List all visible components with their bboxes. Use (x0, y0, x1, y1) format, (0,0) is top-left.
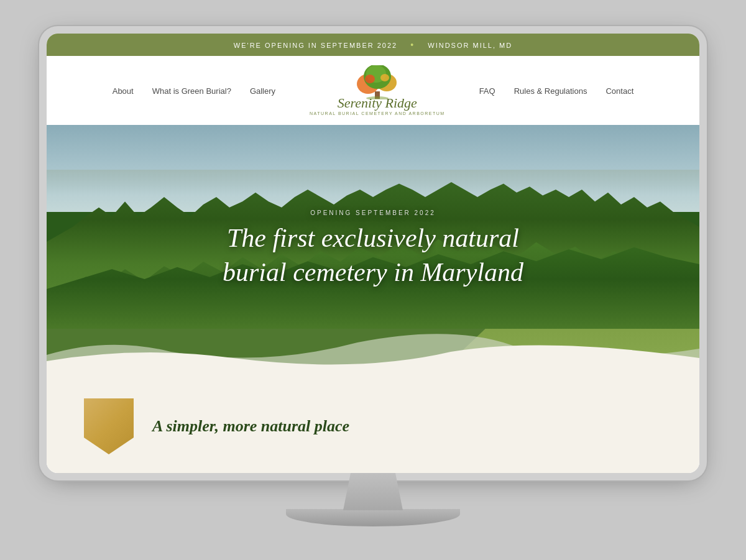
section-headline: A simpler, more natural place (152, 417, 349, 436)
nav-item-green-burial[interactable]: What is Green Burial? (152, 85, 231, 96)
hero-section: OPENING SEPTEMBER 2022 The first exclusi… (47, 125, 699, 374)
gold-shield-icon (84, 398, 134, 454)
navbar: About What is Green Burial? Gallery (47, 56, 699, 125)
monitor-stand-neck (336, 473, 410, 510)
website: WE'RE OPENING IN SEPTEMBER 2022 • WINDSO… (47, 34, 699, 473)
nav-item-about[interactable]: About (113, 85, 134, 96)
announcement-text1: WE'RE OPENING IN SEPTEMBER 2022 (234, 42, 397, 49)
nav-link-contact[interactable]: Contact (606, 86, 633, 96)
monitor-screen: WE'RE OPENING IN SEPTEMBER 2022 • WINDSO… (47, 34, 699, 473)
hero-content: OPENING SEPTEMBER 2022 The first exclusi… (223, 209, 523, 289)
hero-haze (47, 170, 699, 195)
section-natural: A simpler, more natural place (47, 374, 699, 473)
monitor-stand-base (286, 509, 460, 526)
nav-item-gallery[interactable]: Gallery (250, 85, 275, 96)
nav-item-rules[interactable]: Rules & Regulations (514, 85, 587, 96)
nav-link-gallery[interactable]: Gallery (250, 86, 275, 96)
logo-tree-icon (352, 65, 402, 99)
nav-link-faq[interactable]: FAQ (479, 86, 495, 96)
hero-headline: The first exclusively natural burial cem… (223, 221, 523, 289)
announcement-text2: WINDSOR MILL, MD (428, 42, 512, 49)
hero-headline-line2: burial cemetery in Maryland (223, 258, 523, 287)
announcement-bar: WE'RE OPENING IN SEPTEMBER 2022 • WINDSO… (47, 34, 699, 56)
nav-item-contact[interactable]: Contact (606, 85, 633, 96)
nav-item-faq[interactable]: FAQ (479, 85, 495, 96)
svg-point-7 (380, 74, 389, 81)
hero-headline-line1: The first exclusively natural (227, 224, 519, 252)
logo-container-item: Serenity Ridge NATURAL BURIAL CEMETERY A… (294, 65, 461, 116)
logo-brand-name: Serenity Ridge (338, 96, 417, 110)
nav-links: About What is Green Burial? Gallery (71, 65, 675, 116)
hero-opening-label: OPENING SEPTEMBER 2022 (223, 209, 523, 216)
nav-link-rules[interactable]: Rules & Regulations (514, 86, 587, 96)
svg-point-6 (365, 75, 375, 83)
logo-container: Serenity Ridge NATURAL BURIAL CEMETERY A… (310, 65, 445, 116)
nav-link-green-burial[interactable]: What is Green Burial? (152, 86, 231, 96)
announcement-separator: • (410, 40, 415, 50)
nav-link-about[interactable]: About (113, 86, 134, 96)
hero-wave (47, 324, 699, 374)
logo-tagline: NATURAL BURIAL CEMETERY AND ARBORETUM (310, 111, 445, 116)
